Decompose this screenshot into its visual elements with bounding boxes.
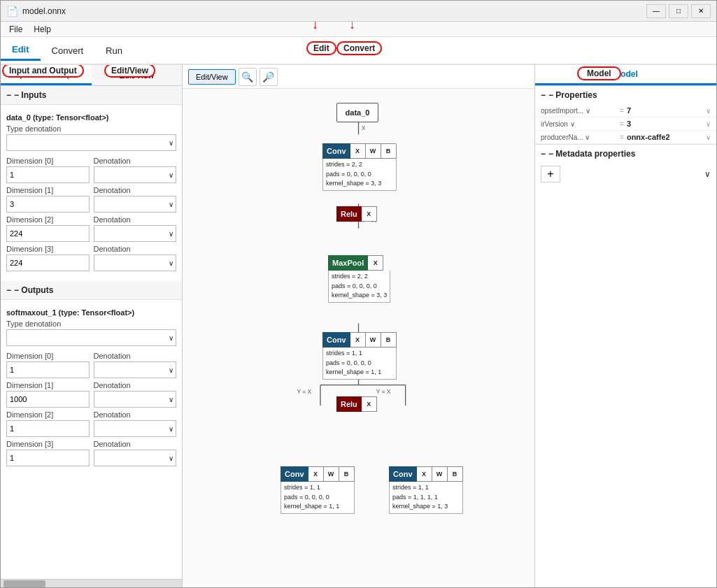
prop-opset-value: 7	[627, 106, 703, 115]
output-dim-3-row: Dimension [3] Denotation ∨	[6, 440, 176, 466]
properties-section-header[interactable]: − − Properties	[535, 86, 716, 104]
graph-toolbar: Edit/View 🔍 🔎	[183, 65, 534, 89]
svg-text:X: X	[362, 124, 366, 131]
tab-model[interactable]: Model	[535, 65, 716, 85]
output-dim-1-field[interactable]	[6, 391, 90, 408]
input-type-dropdown[interactable]	[6, 134, 176, 151]
input-dim-2-denotation-dropdown[interactable]	[94, 225, 177, 242]
outputs-content: softmaxout_1 (type: Tensor<float>) Type …	[1, 300, 182, 473]
right-panel: Model ↓ Model − − Properties opsetImport…	[534, 65, 716, 587]
output-dim-2-label: Dimension [2]	[6, 410, 90, 419]
node-conv-2[interactable]: Conv X W B strides = 1, 1pads = 0, 0, 0,…	[322, 332, 397, 380]
prop-irversion-dropdown[interactable]: irVersion ∨	[541, 120, 617, 128]
graph-zoom-button[interactable]: 🔎	[260, 68, 278, 86]
node-conv-3[interactable]: Conv X W B strides = 1, 1pads = 0, 0, 0,…	[281, 466, 355, 514]
output-dim-1-label: Dimension [1]	[6, 381, 90, 389]
input-dim-0-denotation-dropdown[interactable]	[94, 166, 177, 183]
output-dim-0-row: Dimension [0] Denotation ∨	[6, 352, 176, 378]
input-dim-0-field[interactable]	[6, 166, 90, 183]
prop-opset-eq: =	[620, 107, 624, 115]
node-relu-2[interactable]: Relu X	[336, 396, 377, 412]
input-type-dropdown-container: ∨	[6, 134, 176, 151]
prop-irversion: irVersion ∨ = 3 ∨	[535, 117, 716, 131]
add-metadata-button[interactable]: +	[541, 166, 560, 182]
input-dim-2-denotation-label: Denotation	[94, 215, 177, 224]
graph-area[interactable]: X Y = X Y = X Y = X Y = X Y = X Y = X da…	[183, 89, 534, 587]
output-dim-2-field[interactable]	[6, 420, 90, 437]
outputs-section-header[interactable]: − − Outputs	[1, 281, 182, 300]
maximize-button[interactable]: □	[669, 4, 688, 18]
input-dim-0-row: Dimension [0] Denotation ∨	[6, 157, 176, 183]
metadata-toggle: −	[541, 149, 546, 159]
input-dim-1-label: Dimension [1]	[6, 186, 90, 194]
inputs-label: − Inputs	[14, 90, 46, 100]
minimize-button[interactable]: —	[646, 4, 666, 18]
prop-irversion-chevron[interactable]: ∨	[706, 120, 711, 128]
menu-file[interactable]: File	[3, 23, 28, 36]
outputs-toggle: −	[6, 285, 11, 295]
left-panel: Input and Output Edit/View ↓ Input and O…	[1, 65, 183, 587]
input-dim-3-field[interactable]	[6, 254, 90, 271]
left-panel-tabs: Input and Output Edit/View	[1, 65, 182, 86]
toolbar-convert[interactable]: Convert	[41, 41, 95, 60]
output-dim-0-denotation-label: Denotation	[94, 352, 177, 360]
properties-toggle: −	[541, 90, 546, 100]
left-panel-scrollbar[interactable]	[1, 579, 182, 587]
inputs-section-header[interactable]: − − Inputs	[1, 86, 182, 105]
input-dim-1-denotation-dropdown[interactable]	[94, 196, 177, 213]
graph-edit-view-button[interactable]: Edit/View	[188, 69, 236, 85]
output-type-denotation-label: Type denotation	[6, 320, 176, 328]
node-relu-1[interactable]: Relu X	[336, 206, 377, 222]
prop-opset-dropdown[interactable]: opsetImport... ∨	[541, 107, 617, 115]
menu-help[interactable]: Help	[28, 23, 57, 36]
prop-producer-dropdown[interactable]: producerNa... ∨	[541, 134, 617, 141]
node-data-0[interactable]: data_0	[336, 103, 378, 122]
input-dim-0-label: Dimension [0]	[6, 157, 90, 165]
prop-producer-eq: =	[620, 134, 624, 141]
output-dim-2-row: Dimension [2] Denotation ∨	[6, 410, 176, 437]
input-dim-3-denotation-label: Denotation	[94, 245, 177, 253]
output-dim-0-denotation-dropdown[interactable]	[94, 361, 177, 378]
input-tensor-label: data_0 (type: Tensor<float>)	[6, 113, 176, 122]
main-window: 📄 model.onnx — □ ✕ File Help Edit Conver…	[0, 0, 717, 588]
prop-producer-chevron[interactable]: ∨	[706, 134, 711, 141]
metadata-section-header[interactable]: − − Metadata properties	[535, 144, 716, 163]
output-dim-2-denotation-label: Denotation	[94, 410, 177, 419]
input-dim-3-label: Dimension [3]	[6, 245, 90, 253]
input-dim-0-denotation-label: Denotation	[94, 157, 177, 165]
input-dim-1-field[interactable]	[6, 196, 90, 213]
inputs-content: data_0 (type: Tensor<float>) Type denota…	[1, 105, 182, 278]
output-dim-2-denotation-dropdown[interactable]	[94, 420, 177, 437]
input-dim-3-denotation-dropdown[interactable]	[94, 254, 177, 271]
node-conv-4[interactable]: Conv X W B strides = 1, 1pads = 1, 1, 1,…	[389, 466, 463, 514]
output-dim-3-field[interactable]	[6, 450, 90, 466]
scrollbar-thumb	[3, 580, 45, 587]
node-conv-1[interactable]: Conv X W B strides = 2, 2pads = 0, 0, 0,…	[322, 143, 397, 191]
output-type-dropdown[interactable]	[6, 329, 176, 346]
right-panel-tabs: Model	[535, 65, 716, 86]
prop-opset-chevron[interactable]: ∨	[706, 107, 711, 115]
graph-search-button[interactable]: 🔍	[239, 68, 257, 86]
metadata-dropdown-arrow[interactable]: ∨	[704, 169, 711, 179]
output-dim-1-denotation-label: Denotation	[94, 381, 177, 389]
properties-label: − Properties	[548, 90, 597, 100]
prop-opset: opsetImport... ∨ = 7 ∨	[535, 104, 716, 117]
output-dim-3-denotation-dropdown[interactable]	[94, 450, 177, 466]
output-dim-0-field[interactable]	[6, 361, 90, 378]
toolbar-edit[interactable]: Edit	[1, 40, 41, 61]
outputs-label: − Outputs	[14, 285, 53, 295]
toolbar-run[interactable]: Run	[94, 41, 134, 60]
tab-input-output[interactable]: Input and Output	[1, 65, 92, 85]
title-bar-controls: — □ ✕	[646, 4, 711, 18]
output-dim-3-denotation-label: Denotation	[94, 440, 177, 448]
close-button[interactable]: ✕	[691, 4, 711, 18]
input-dim-2-field[interactable]	[6, 225, 90, 242]
node-maxpool[interactable]: MaxPool X strides = 2, 2pads = 0, 0, 0, …	[328, 255, 390, 303]
output-dim-1-denotation-dropdown[interactable]	[94, 391, 177, 408]
center-canvas: Edit/View 🔍 🔎	[183, 65, 534, 587]
tab-edit-view[interactable]: Edit/View	[92, 65, 183, 85]
metadata-label: − Metadata properties	[548, 149, 635, 159]
inputs-toggle: −	[6, 90, 11, 100]
input-dim-2-label: Dimension [2]	[6, 215, 90, 224]
input-dim-1-denotation-label: Denotation	[94, 186, 177, 194]
